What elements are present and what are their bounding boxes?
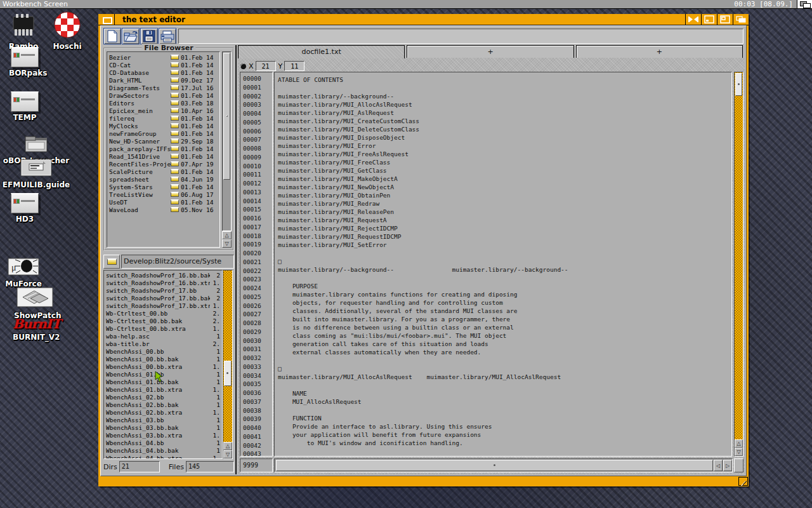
desktop-icon-borpaks[interactable]: BORpaks <box>9 47 41 77</box>
directory-row[interactable]: Bezier 01.Feb 14 <box>109 53 218 61</box>
directory-row[interactable]: filereq 01.Feb 14 <box>109 114 218 122</box>
scroll-right-button[interactable]: ▷ <box>723 460 732 471</box>
desktop-icon-burnit[interactable]: BurnIT BURNIT_V2 <box>13 316 58 342</box>
directory-row[interactable]: Read_1541Drive 01.Feb 14 <box>109 152 218 160</box>
file-list[interactable]: switch_RoadshowProf_16.bb.bak 2 switch_R… <box>103 270 223 459</box>
file-row[interactable]: switch_RoadshowProf_17.bb.xtra 1. <box>106 302 220 310</box>
directory-row[interactable]: New_HD-Scanner 29.Sep 18 <box>109 137 218 145</box>
text-scroll-down-button[interactable]: ▽ <box>735 448 743 456</box>
file-row[interactable]: Wb-Ctrltest_00.bb.xtra 1. <box>106 325 220 333</box>
file-row[interactable]: WbenchAssi_00.bb.xtra 1. <box>106 363 220 371</box>
file-row[interactable]: WbenchAssi_00.bb.bak 1 <box>106 356 220 363</box>
file-row[interactable]: WbenchAssi_03.bb 1 <box>106 417 220 424</box>
window-title: the text editor <box>115 15 685 24</box>
text-area[interactable]: ATABLE OF CONTENTSmuimaster.library/--ba… <box>274 72 732 457</box>
file-row[interactable]: WbenchAssi_02.bb.bak 1 <box>106 401 220 409</box>
parent-drawer-button[interactable] <box>103 255 120 269</box>
desktop-icon-temp[interactable]: TEMP <box>9 91 41 122</box>
directory-row[interactable]: Diagramm-Tests 17.Jul 16 <box>109 84 218 91</box>
directory-row[interactable]: RecentFiles-Project 07.Apr 19 <box>109 160 218 168</box>
file-row[interactable]: WbenchAssi_01.bb.xtra 1. <box>106 386 220 394</box>
directory-row[interactable]: Editors 03.Feb 18 <box>109 99 218 107</box>
desktop-icon-efmuilib-guide[interactable]: EFMUILIB.guide <box>1 159 71 189</box>
directory-row[interactable]: CD-Cat 01.Feb 14 <box>109 61 218 69</box>
iconify-gadget[interactable] <box>685 14 701 25</box>
directory-list[interactable]: Bezier 01.Feb 14 CD-Cat 01.Feb 14 <box>107 51 220 248</box>
directory-row[interactable]: EpicLex_mein 10.Apr 16 <box>109 107 218 114</box>
directory-scrollbar[interactable] <box>222 51 232 231</box>
file-row[interactable]: WbenchAssi_04.bb.xtra 1. <box>106 455 220 459</box>
text-line: muimaster.library/MUI_FreeClass <box>278 158 731 166</box>
directory-row[interactable]: Dark_HTML 09.Dez 17 <box>109 76 218 84</box>
shrink-gadget[interactable] <box>701 14 717 25</box>
directory-row[interactable]: System-Stars 01.Feb 14 <box>109 183 218 190</box>
resize-gadget[interactable] <box>738 477 748 486</box>
open-file-button[interactable] <box>122 28 140 44</box>
desktop-icon-showpatch[interactable]: ShowPatch <box>14 287 56 320</box>
print-button[interactable] <box>159 28 176 44</box>
tab-new-1[interactable]: + <box>407 45 573 58</box>
y-value-field[interactable]: 11 <box>284 61 304 71</box>
zoom-gadget[interactable] <box>717 14 733 25</box>
directory-scroll-down-button[interactable]: ▽ <box>222 239 232 248</box>
dirs-count-field[interactable]: 21 <box>119 461 160 472</box>
mouse-pointer <box>155 371 165 385</box>
file-scroll-down-button[interactable]: ▽ <box>223 450 232 458</box>
text-horizontal-scrollbar[interactable]: ◁ ▷ <box>274 458 733 472</box>
file-row[interactable]: switch_RoadshowProf_16.bb.xtra 1. <box>106 279 220 287</box>
text-vertical-scrollbar[interactable]: △ ▽ <box>734 72 743 457</box>
horizontal-scrollbar-thumb[interactable] <box>276 460 713 471</box>
directory-row[interactable]: CD-Database 01.Feb 14 <box>109 69 218 76</box>
scroll-left-button[interactable]: ◁ <box>714 460 723 471</box>
text-scrollbar-thumb[interactable] <box>735 73 742 96</box>
file-name: WbenchAssi_03.bb <box>106 417 210 424</box>
directory-scrollbar-thumb[interactable] <box>223 53 230 180</box>
directory-row[interactable]: ScalePicture 01.Feb 14 <box>109 168 218 175</box>
tab-docfile[interactable]: docfile1.txt <box>238 45 405 58</box>
desktop-icon-hd3[interactable]: HD3 <box>9 193 41 224</box>
file-row[interactable]: wba-title.br 2. <box>106 340 220 348</box>
file-row[interactable]: WbenchAssi_02.bb 1 <box>106 394 220 401</box>
file-scroll-up-button[interactable]: △ <box>223 442 232 450</box>
file-row[interactable]: switch_RoadshowProf_17.bb 2 <box>106 287 220 295</box>
directory-row[interactable]: TreeListView 06.Aug 17 <box>109 190 218 198</box>
desktop-icon-muforce[interactable]: μ MuForce <box>5 258 42 288</box>
files-count-field[interactable]: 145 <box>186 461 234 472</box>
file-scrollbar-thumb[interactable] <box>224 361 232 386</box>
directory-row[interactable]: UseDT 01.Feb 14 <box>109 198 218 206</box>
file-scrollbar[interactable]: △ ▽ <box>223 270 233 459</box>
file-row[interactable]: WbenchAssi_03.bb.bak 1 <box>106 424 220 432</box>
path-field[interactable]: Develop:Blitz2/source/Syste <box>121 255 234 269</box>
x-value-field[interactable]: 21 <box>256 61 276 71</box>
tab-new-2[interactable]: + <box>576 45 743 58</box>
desktop-icon-hoschi[interactable]: Hoschi <box>51 11 84 51</box>
directory-row[interactable]: pack_areplay-IFFs 01.Feb 14 <box>109 145 218 152</box>
file-row[interactable]: WbenchAssi_04.bb.bak 1 <box>106 447 220 455</box>
panel-divider[interactable] <box>235 45 237 474</box>
window-titlebar[interactable]: the text editor <box>98 14 749 25</box>
file-row[interactable]: wba-help.asc 1 <box>106 333 220 340</box>
directory-scroll-up-button[interactable]: △ <box>222 231 232 239</box>
directory-date: 01.Feb 14 <box>181 153 218 160</box>
new-document-button[interactable] <box>103 28 121 44</box>
directory-row[interactable]: spreadsheet 04.Jun 19 <box>109 175 218 183</box>
file-row[interactable]: Wb-Ctrltest_00.bb.bak 2. <box>106 318 220 325</box>
file-row[interactable]: switch_RoadshowProf_17.bb.bak 2 <box>106 295 220 302</box>
file-row[interactable]: switch_RoadshowProf_16.bb.bak 2 <box>106 272 220 279</box>
save-button[interactable] <box>140 28 158 44</box>
file-row[interactable]: WbenchAssi_00.bb 1 <box>106 348 220 356</box>
file-row[interactable]: WbenchAssi_03.bb.xtra 1. <box>106 432 220 439</box>
desktop-icon-rambo[interactable]: Rambo <box>5 13 42 51</box>
close-gadget[interactable] <box>98 14 115 25</box>
directory-row[interactable]: WaveLoad 05.Nov 16 <box>109 206 218 213</box>
file-row[interactable]: WbenchAssi_04.bb 1 <box>106 439 220 447</box>
depth-gadget[interactable] <box>733 14 749 25</box>
max-line-field[interactable]: 9999 <box>240 458 273 472</box>
screen-depth-gadget[interactable] <box>797 0 812 8</box>
directory-row[interactable]: DrawSectors 01.Feb 14 <box>109 91 218 99</box>
file-row[interactable]: WbenchAssi_02.bb.xtra 1. <box>106 409 220 417</box>
directory-row[interactable]: newFrameGroup 01.Feb 14 <box>109 130 218 137</box>
directory-row[interactable]: MyClocks 01.Feb 14 <box>109 122 218 130</box>
file-row[interactable]: Wb-Ctrltest_00.bb 2. <box>106 310 220 318</box>
text-scroll-up-button[interactable]: △ <box>735 439 743 448</box>
